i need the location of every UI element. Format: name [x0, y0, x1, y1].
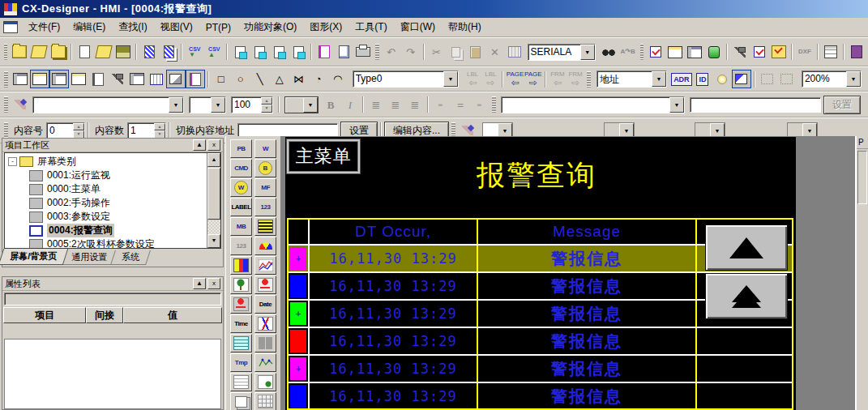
chevron-down-icon[interactable]: ▼	[211, 97, 225, 113]
palette-level-meter[interactable]	[230, 256, 252, 275]
palette-numeral-display[interactable]: 123	[254, 198, 276, 216]
toolbar-grip[interactable]	[4, 71, 8, 88]
symbol-grid-button[interactable]	[505, 43, 524, 62]
csv-import-button[interactable]: CSV▲	[204, 43, 224, 62]
open-project-button[interactable]	[29, 43, 49, 62]
tree-item-screen-0003[interactable]: 0003:参数设定	[8, 210, 207, 224]
draw-sector-button[interactable]: ◔	[309, 70, 328, 88]
transfer-program-button[interactable]	[289, 43, 308, 62]
symbol-set-combo[interactable]: SERIALA ▼	[528, 44, 596, 61]
align-center-button[interactable]: ≣	[386, 96, 405, 114]
cut-button[interactable]: ✂	[427, 43, 447, 62]
tree-item-screen-0005[interactable]: 0005:2次吸料杯参数设定	[8, 237, 207, 248]
label-set-button[interactable]: 设置	[823, 96, 861, 114]
menu-window[interactable]: 窗口(W)	[395, 18, 441, 36]
draw-polyline-button[interactable]: ⋈	[289, 70, 309, 88]
palette-bitmap[interactable]	[230, 275, 252, 294]
collapse-panel-button[interactable]: ▲	[193, 139, 206, 151]
paste-button[interactable]	[466, 43, 485, 62]
palette-label[interactable]: LABEL	[230, 198, 252, 216]
editor-canvas[interactable]: 主菜单 报警查询 DT Occur, Message + 16,11,30 13…	[281, 136, 868, 410]
menu-file[interactable]: 文件(F)	[23, 18, 66, 36]
grid-setting-button[interactable]	[147, 70, 166, 88]
open-screen-button[interactable]	[94, 43, 113, 62]
toggle-workspace-button[interactable]	[30, 70, 49, 88]
toggle-property-list-button[interactable]	[49, 70, 69, 88]
alarm-scroll-up-button[interactable]	[705, 224, 788, 271]
valign-bottom-button[interactable]: ﹦	[470, 96, 490, 114]
close-panel-button[interactable]: x	[207, 139, 220, 151]
toolbar-grip[interactable]	[640, 44, 644, 60]
toolbar-grip[interactable]	[375, 44, 378, 60]
palette-bit-lamp[interactable]: B	[254, 159, 276, 177]
hint-button[interactable]	[712, 70, 732, 88]
font-size-spinner[interactable]: 100 ▲▼	[231, 96, 273, 113]
palette-list[interactable]	[254, 217, 276, 236]
palette-word-button[interactable]: W	[254, 139, 276, 158]
toggle-address-tool-button[interactable]	[108, 70, 127, 88]
scroll-up-icon[interactable]: ▲	[207, 153, 220, 167]
tree-scrollbar[interactable]: ▲ ▼	[207, 153, 220, 248]
save-screen-button[interactable]	[113, 43, 133, 62]
font-name-combo[interactable]: ▼	[32, 96, 184, 113]
cascade-button[interactable]	[127, 70, 147, 88]
toolbar-grip[interactable]	[492, 96, 496, 113]
build-button[interactable]	[730, 43, 750, 62]
draw-line-button[interactable]: ╲	[250, 70, 270, 88]
resource-report-button[interactable]	[704, 43, 724, 62]
toggle-library-button[interactable]	[88, 70, 108, 88]
italic-button[interactable]: I	[340, 96, 360, 114]
label-prev-button[interactable]: LBL⇦	[464, 71, 481, 88]
toolbar-grip[interactable]	[587, 71, 591, 88]
background-page-button[interactable]	[159, 43, 178, 62]
property-col-indirect[interactable]: 间接	[86, 307, 123, 323]
tree-collapse-icon[interactable]: -	[8, 157, 17, 166]
page-next-button[interactable]: PAGE⇨	[524, 71, 542, 88]
font-style-combo[interactable]: ▼	[189, 96, 226, 113]
menu-find[interactable]: 查找(I)	[113, 18, 152, 36]
replace-button[interactable]: A↷B	[618, 43, 638, 62]
toggle-output-button[interactable]	[69, 70, 88, 88]
palette-table[interactable]	[254, 392, 276, 410]
simulator-button[interactable]	[665, 43, 685, 62]
shape-type-combo[interactable]: Type0 ▼	[353, 70, 459, 88]
address-mode-combo[interactable]: 地址 ▼	[596, 70, 667, 88]
palette-time[interactable]: Time	[230, 314, 252, 333]
palette-alarm-history[interactable]	[230, 295, 252, 314]
chevron-down-icon[interactable]: ▼	[443, 71, 458, 87]
tab-screen-background[interactable]: 屏幕/背景页	[0, 249, 68, 265]
csv-export-button[interactable]: CSV▼	[185, 43, 204, 62]
chevron-down-icon[interactable]: ▼	[580, 45, 595, 60]
toolbar-grip[interactable]	[4, 96, 8, 113]
find-button[interactable]	[599, 43, 618, 62]
property-col-item[interactable]: 项目	[3, 307, 86, 323]
help-button[interactable]	[847, 43, 866, 62]
palette-video-display[interactable]	[254, 334, 276, 352]
pt-error-check-button[interactable]	[685, 43, 704, 62]
palette-analog-meter[interactable]	[254, 237, 276, 255]
palette-document-display[interactable]	[254, 373, 276, 391]
validation-button[interactable]	[314, 43, 334, 62]
zoom-combo[interactable]: 200% ▼	[802, 70, 862, 88]
palette-word-lamp[interactable]: W	[230, 178, 252, 197]
tree-item-screen-0002[interactable]: 0002:手动操作	[8, 196, 207, 210]
window-layout-button[interactable]	[11, 70, 30, 88]
menu-pt[interactable]: PT(P)	[200, 19, 237, 36]
new-screen-button[interactable]	[75, 43, 94, 62]
show-address-button[interactable]: ADR	[670, 70, 693, 88]
new-project-button[interactable]	[10, 43, 29, 62]
print-button[interactable]	[353, 43, 373, 62]
palette-temporary-input[interactable]: Tmp	[230, 353, 252, 372]
tree-item-screen-0004-selected[interactable]: 0004:报警查询	[8, 224, 207, 237]
palette-text-display[interactable]	[230, 373, 252, 391]
alarm-scroll-top-button[interactable]	[705, 273, 788, 319]
palette-data-log-graph[interactable]	[254, 314, 276, 333]
show-id-button[interactable]: ID	[693, 70, 712, 88]
frame-prev-button[interactable]: FRM⇦	[549, 71, 567, 88]
align-left-button[interactable]: ≣	[366, 96, 386, 114]
palette-date[interactable]: Date	[254, 295, 276, 314]
draw-rectangle-button[interactable]: □	[212, 70, 231, 88]
text-color-split-button[interactable]: ▼	[284, 96, 319, 113]
bold-button[interactable]: B	[321, 96, 340, 114]
screen-property-button[interactable]	[139, 43, 159, 62]
